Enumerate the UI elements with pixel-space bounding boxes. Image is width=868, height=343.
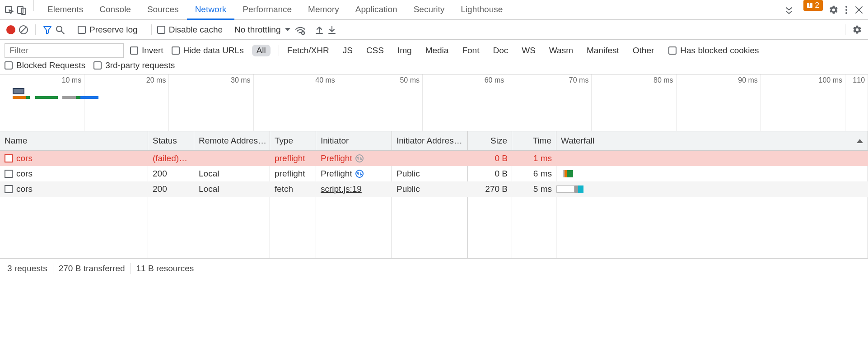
status-requests: 3 requests [7,264,47,273]
invert-label: Invert [142,46,163,56]
cell-time: 1 ms [512,151,556,166]
type-chip-css[interactable]: CSS [362,45,388,56]
cell-initiator: script.js:19 [316,181,392,197]
type-chip-ws[interactable]: WS [517,45,540,56]
hide-data-urls-label: Hide data URLs [183,46,244,56]
svg-text:!: ! [809,2,811,9]
tab-memory[interactable]: Memory [300,0,347,20]
cell-time: 6 ms [512,166,556,181]
column-header-initiator[interactable]: Initiator [316,131,392,150]
request-row[interactable]: cors(failed)…preflightPreflight0 B1 ms [0,151,868,166]
type-chip-manifest[interactable]: Manifest [582,45,624,56]
request-row[interactable]: cors200LocalpreflightPreflightPublic0 B6… [0,166,868,181]
blocked-requests-label: Blocked Requests [16,60,85,70]
network-settings-gear-icon[interactable] [851,23,863,36]
tab-elements[interactable]: Elements [39,0,91,20]
column-header-name[interactable]: Name [0,131,148,150]
more-tabs-icon[interactable] [783,4,795,16]
timeline-tick: 50 ms [400,76,420,84]
warnings-badge[interactable]: ! 2 [803,0,823,11]
type-chip-media[interactable]: Media [421,45,453,56]
requests-table: NameStatusRemote Addres…TypeInitiatorIni… [0,131,868,259]
cell-name: cors [0,151,148,166]
tab-performance[interactable]: Performance [234,0,300,20]
has-blocked-cookies-checkbox[interactable]: Has blocked cookies [668,46,759,56]
cell-status: 200 [148,181,194,197]
cell-waterfall [556,181,868,197]
throttling-value: No throttling [234,25,280,35]
column-header-type[interactable]: Type [270,131,316,150]
third-party-checkbox[interactable]: 3rd-party requests [93,60,175,70]
device-toolbar-icon[interactable] [15,4,28,16]
preserve-log-checkbox[interactable]: Preserve log [78,25,138,35]
column-header-waterfall[interactable]: Waterfall [556,131,868,150]
cell-size: 0 B [468,151,512,166]
type-chip-all[interactable]: All [252,45,271,56]
preflight-swap-icon [352,154,364,163]
svg-point-6 [845,9,847,11]
network-conditions-icon[interactable] [294,23,307,36]
cell-waterfall [556,166,868,181]
clear-button[interactable] [17,23,30,36]
tab-security[interactable]: Security [406,0,453,20]
invert-checkbox[interactable]: Invert [130,46,163,56]
cell-initiator: Preflight [316,166,392,181]
disable-cache-checkbox[interactable]: Disable cache [157,25,223,35]
throttling-select[interactable]: No throttling [231,24,294,36]
search-icon[interactable] [54,23,66,36]
cell-size: 0 B [468,166,512,181]
settings-gear-icon[interactable] [827,4,840,16]
upload-har-icon[interactable] [313,23,326,36]
tab-lighthouse[interactable]: Lighthouse [453,0,511,20]
hide-data-urls-checkbox[interactable]: Hide data URLs [172,46,244,56]
close-devtools-icon[interactable] [853,4,865,16]
preserve-log-label: Preserve log [89,25,138,35]
cell-remote: Local [194,181,270,197]
sort-indicator-icon [857,139,863,143]
file-icon [5,170,13,178]
kebab-menu-icon[interactable] [840,4,853,16]
cell-size: 270 B [468,181,512,197]
inspect-element-icon[interactable] [3,4,15,16]
has-blocked-label: Has blocked cookies [680,46,759,56]
svg-point-12 [356,170,363,177]
column-header-time[interactable]: Time [512,131,556,150]
file-icon [5,154,13,162]
tab-sources[interactable]: Sources [139,0,187,20]
column-header-size[interactable]: Size [468,131,512,150]
cell-remote: Local [194,166,270,181]
record-button[interactable] [5,23,17,36]
download-har-icon[interactable] [326,23,338,36]
type-chip-doc[interactable]: Doc [488,45,513,56]
tab-network[interactable]: Network [187,0,235,20]
tab-console[interactable]: Console [91,0,139,20]
type-chip-js[interactable]: JS [338,45,357,56]
type-chip-other[interactable]: Other [628,45,659,56]
cell-type: preflight [270,151,316,166]
timeline-overview[interactable]: 10 ms20 ms30 ms40 ms50 ms60 ms70 ms80 ms… [0,74,868,131]
request-row[interactable]: cors200Localfetchscript.js:19Public270 B… [0,181,868,197]
tab-application[interactable]: Application [347,0,406,20]
status-bar: 3 requests 270 B transferred 11 B resour… [0,259,868,278]
cell-waterfall [556,151,868,166]
blocked-requests-checkbox[interactable]: Blocked Requests [5,60,85,70]
status-transferred: 270 B transferred [59,264,125,273]
filter-icon[interactable] [41,23,54,36]
cell-status: (failed)… [148,151,194,166]
type-chip-fetchxhr[interactable]: Fetch/XHR [283,45,334,56]
column-header-status[interactable]: Status [148,131,194,150]
svg-point-5 [845,6,847,8]
timeline-tick: 90 ms [738,76,758,84]
third-party-label: 3rd-party requests [105,60,175,70]
cell-status: 200 [148,166,194,181]
type-chip-font[interactable]: Font [457,45,484,56]
timeline-tick: 40 ms [315,76,335,84]
cell-name: cors [0,181,148,197]
column-header-initaddr[interactable]: Initiator Addres… [392,131,468,150]
type-chip-wasm[interactable]: Wasm [545,45,578,56]
column-header-remote[interactable]: Remote Addres… [194,131,270,150]
filter-input[interactable] [5,43,124,58]
cell-initiator: Preflight [316,151,392,166]
type-chip-img[interactable]: Img [393,45,416,56]
svg-point-11 [356,155,363,162]
